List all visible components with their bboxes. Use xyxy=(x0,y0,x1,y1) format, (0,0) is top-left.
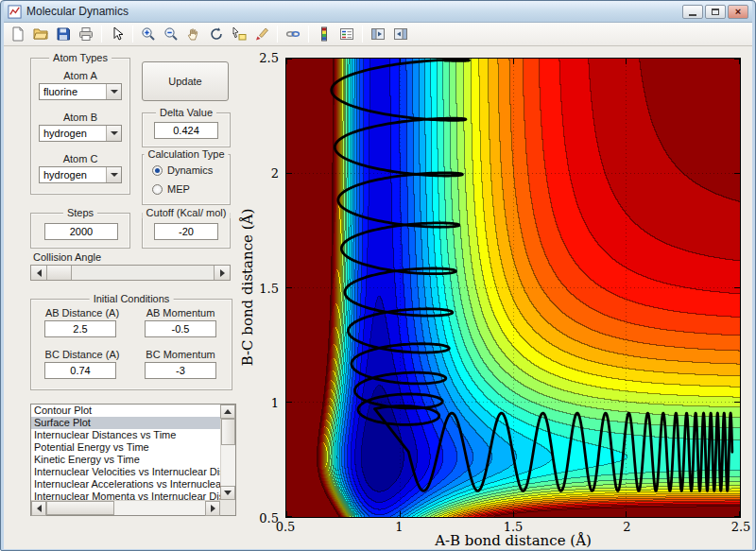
right-arrow-icon xyxy=(220,269,225,277)
horizontal-scrollbar[interactable] xyxy=(31,500,220,515)
steps-panel: Steps xyxy=(30,213,130,249)
initial-conditions-title: Initial Conditions xyxy=(90,293,174,304)
bc-momentum-label: BC Momentum xyxy=(133,349,228,360)
right-arrow-icon xyxy=(211,505,215,512)
radio-dynamics-circle[interactable] xyxy=(152,165,163,176)
radio-dynamics-label: Dynamics xyxy=(167,164,213,176)
ab-momentum-field[interactable] xyxy=(145,320,216,337)
slider-thumb[interactable] xyxy=(47,266,72,280)
close-button[interactable]: × xyxy=(728,5,748,19)
link-plot-icon[interactable] xyxy=(283,24,303,44)
atom-a-label: Atom A xyxy=(31,70,129,81)
horizontal-scroll-thumb[interactable] xyxy=(46,501,114,515)
rotate-3d-icon[interactable] xyxy=(206,24,227,44)
ab-distance-field[interactable] xyxy=(44,320,116,337)
list-item[interactable]: Contour Plot xyxy=(31,405,220,417)
x-axis-label: A-B bond distance (Å) xyxy=(285,532,741,549)
left-arrow-icon xyxy=(37,505,42,512)
atom-a-value: fluorine xyxy=(40,86,106,97)
main-content: Atom Types Atom A fluorine Atom B hydrog… xyxy=(4,46,752,549)
y-tick-labels: 2.5 2 1.5 1 0.5 xyxy=(255,58,282,518)
open-file-icon[interactable] xyxy=(30,24,51,44)
minimize-button[interactable] xyxy=(682,5,703,19)
bc-momentum-field[interactable] xyxy=(145,362,216,379)
atom-c-dropdown[interactable]: hydrogen xyxy=(39,166,122,183)
atom-b-value: hydrogen xyxy=(40,128,106,139)
atom-a-dropdown[interactable]: fluorine xyxy=(39,83,122,100)
atom-c-dropdown-button[interactable] xyxy=(106,167,121,182)
list-item[interactable]: Internuclear Momenta vs Internuclear Dis… xyxy=(31,491,220,500)
atom-b-dropdown-button[interactable] xyxy=(106,126,121,141)
slider-track[interactable] xyxy=(72,266,214,280)
atom-types-panel: Atom Types Atom A fluorine Atom B hydrog… xyxy=(30,58,130,195)
y-axis-label: B-C bond distance (Å) xyxy=(239,58,256,518)
toolbar xyxy=(4,22,752,46)
vertical-scroll-thumb[interactable] xyxy=(221,419,235,445)
vertical-scrollbar[interactable] xyxy=(220,405,235,500)
radio-mep-circle[interactable] xyxy=(152,184,163,195)
list-item[interactable]: Potential Energy vs Time xyxy=(31,441,220,454)
down-arrow-icon xyxy=(224,491,232,495)
chevron-down-icon xyxy=(111,90,118,94)
new-figure-icon[interactable] xyxy=(8,24,28,44)
atom-a-dropdown-button[interactable] xyxy=(106,84,121,99)
scroll-down-button[interactable] xyxy=(220,486,235,500)
titlebar[interactable]: Molecular Dynamics × xyxy=(4,1,752,22)
chevron-down-icon xyxy=(111,173,118,177)
slider-left-arrow[interactable] xyxy=(31,266,47,280)
left-arrow-icon xyxy=(37,269,42,277)
delta-value-title: Delta Value xyxy=(156,107,216,118)
zoom-in-icon[interactable] xyxy=(138,24,159,44)
bc-distance-label: BC Distance (A) xyxy=(35,349,129,360)
steps-field[interactable] xyxy=(44,223,118,240)
radio-dynamics[interactable]: Dynamics xyxy=(152,164,213,176)
list-item[interactable]: Internuclear Accelerations vs Internucle… xyxy=(31,478,220,491)
insert-colorbar-icon[interactable] xyxy=(314,24,335,44)
update-button[interactable]: Update xyxy=(142,61,229,101)
app-window: Molecular Dynamics × Atom Types xyxy=(0,0,756,551)
atom-c-value: hydrogen xyxy=(40,169,106,181)
list-item[interactable]: Internuclear Velocities vs Internuclear … xyxy=(31,466,220,478)
save-figure-icon[interactable] xyxy=(53,24,74,44)
list-item[interactable]: Internuclear Distances vs Time xyxy=(31,429,220,441)
brush-icon[interactable] xyxy=(251,24,272,44)
toolbar-separator xyxy=(101,26,102,43)
bc-distance-field[interactable] xyxy=(44,362,116,379)
hide-plot-tools-icon[interactable] xyxy=(368,24,388,44)
pes-canvas[interactable] xyxy=(285,58,741,518)
maximize-button[interactable] xyxy=(705,5,726,19)
edit-plot-icon[interactable] xyxy=(107,24,128,44)
print-figure-icon[interactable] xyxy=(76,24,96,44)
scrollbar-corner xyxy=(220,500,235,515)
maximize-icon xyxy=(712,9,719,15)
delta-value-field[interactable] xyxy=(154,122,218,139)
show-plot-tools-icon[interactable] xyxy=(390,24,411,44)
insert-legend-icon[interactable] xyxy=(336,24,357,44)
y-tick-label: 1 xyxy=(271,396,279,410)
data-cursor-icon[interactable] xyxy=(229,24,249,44)
window-icon xyxy=(8,5,22,19)
scroll-left-button[interactable] xyxy=(31,501,46,516)
list-item[interactable]: Surface Plot xyxy=(31,417,220,429)
list-item[interactable]: Kinetic Energy vs Time xyxy=(31,454,220,466)
scroll-right-button[interactable] xyxy=(205,501,220,516)
y-tick-label: 1.5 xyxy=(259,281,279,295)
scroll-up-button[interactable] xyxy=(220,405,235,419)
steps-title: Steps xyxy=(63,207,97,218)
atom-b-dropdown[interactable]: hydrogen xyxy=(39,125,122,142)
radio-mep[interactable]: MEP xyxy=(152,183,190,195)
pan-icon[interactable] xyxy=(183,24,204,44)
cutoff-field[interactable] xyxy=(154,223,218,240)
slider-right-arrow[interactable] xyxy=(214,266,230,280)
ab-distance-label: AB Distance (A) xyxy=(35,307,129,319)
listbox-items: Contour Plot Surface Plot Internuclear D… xyxy=(31,405,220,500)
collision-angle-slider[interactable] xyxy=(30,265,231,281)
window-title: Molecular Dynamics xyxy=(26,5,129,18)
cutoff-title: Cutoff (Kcal/ mol) xyxy=(143,207,231,218)
x-tick-labels: 0.5 1 1.5 2 2.5 xyxy=(285,520,741,533)
window-buttons: × xyxy=(682,5,748,19)
ab-momentum-label: AB Momentum xyxy=(133,307,228,319)
zoom-out-icon[interactable] xyxy=(161,24,181,44)
y-tick-label: 0.5 xyxy=(259,511,279,525)
plot-type-listbox[interactable]: Contour Plot Surface Plot Internuclear D… xyxy=(30,404,236,516)
